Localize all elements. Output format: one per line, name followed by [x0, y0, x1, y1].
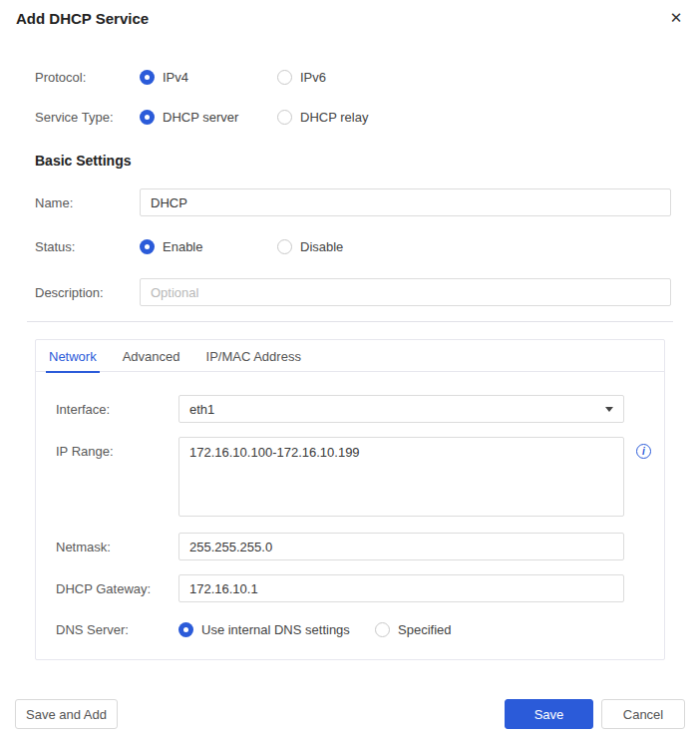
- dns-server-radio-group: Use internal DNS settings Specified: [178, 622, 451, 637]
- netmask-label: Netmask:: [56, 540, 178, 554]
- radio-ipv4[interactable]: IPv4: [140, 70, 277, 85]
- protocol-row: Protocol: IPv4 IPv6: [35, 68, 700, 86]
- radio-unchecked-icon[interactable]: [277, 70, 292, 85]
- save-button[interactable]: Save: [505, 699, 593, 729]
- tab-ip-mac-address[interactable]: IP/MAC Address: [193, 340, 314, 372]
- dns-server-row: DNS Server: Use internal DNS settings Sp…: [36, 620, 664, 638]
- radio-disable-label: Disable: [300, 239, 343, 254]
- radio-checked-icon[interactable]: [140, 110, 155, 125]
- ip-range-label: IP Range:: [56, 437, 178, 459]
- chevron-down-icon: [605, 407, 613, 412]
- netmask-row: Netmask:: [36, 533, 664, 560]
- interface-row: Interface: eth1: [36, 395, 664, 423]
- protocol-label: Protocol:: [35, 70, 140, 85]
- radio-use-internal-dns-label: Use internal DNS settings: [201, 622, 350, 637]
- name-label: Name:: [35, 195, 140, 210]
- radio-dhcp-server[interactable]: DHCP server: [140, 110, 277, 125]
- basic-settings-heading: Basic Settings: [35, 153, 700, 169]
- radio-dhcp-relay-label: DHCP relay: [300, 110, 368, 125]
- radio-ipv6-label: IPv6: [300, 70, 326, 85]
- close-icon[interactable]: ✕: [666, 8, 686, 28]
- ip-range-row: IP Range: 172.16.10.100-172.16.10.199 i: [36, 437, 664, 517]
- ip-range-textarea[interactable]: 172.16.10.100-172.16.10.199: [178, 437, 624, 517]
- dialog-header: Add DHCP Service ✕: [0, 0, 700, 30]
- service-type-label: Service Type:: [35, 110, 140, 125]
- tab-network[interactable]: Network: [36, 340, 110, 372]
- service-type-row: Service Type: DHCP server DHCP relay: [35, 108, 700, 126]
- radio-disable[interactable]: Disable: [277, 239, 343, 254]
- dhcp-gateway-row: DHCP Gateway:: [36, 574, 664, 602]
- dialog-title: Add DHCP Service: [16, 10, 684, 27]
- dns-server-label: DNS Server:: [56, 622, 178, 637]
- dhcp-gateway-input[interactable]: [178, 574, 624, 602]
- network-settings-panel: Network Advanced IP/MAC Address Interfac…: [35, 339, 665, 660]
- radio-ipv4-label: IPv4: [163, 70, 188, 85]
- radio-unchecked-icon[interactable]: [277, 110, 292, 125]
- radio-unchecked-icon[interactable]: [277, 239, 292, 254]
- dhcp-gateway-label: DHCP Gateway:: [56, 581, 178, 596]
- radio-unchecked-icon[interactable]: [375, 622, 390, 637]
- cancel-button[interactable]: Cancel: [601, 699, 685, 729]
- save-and-add-button[interactable]: Save and Add: [15, 699, 118, 729]
- status-label: Status:: [35, 239, 140, 254]
- radio-dhcp-server-label: DHCP server: [163, 110, 238, 125]
- radio-checked-icon[interactable]: [140, 70, 155, 85]
- radio-dhcp-relay[interactable]: DHCP relay: [277, 110, 368, 125]
- description-row: Description:: [35, 278, 700, 306]
- status-radio-group: Enable Disable: [140, 239, 343, 254]
- radio-specified[interactable]: Specified: [375, 622, 451, 637]
- status-row: Status: Enable Disable: [35, 237, 700, 255]
- add-dhcp-service-dialog: Add DHCP Service ✕ Protocol: IPv4 IPv6 S…: [0, 0, 700, 735]
- radio-ipv6[interactable]: IPv6: [277, 70, 326, 85]
- radio-checked-icon[interactable]: [140, 239, 155, 254]
- name-row: Name:: [35, 188, 700, 216]
- radio-specified-label: Specified: [398, 622, 451, 637]
- section-divider: [27, 321, 673, 322]
- interface-selected-value: eth1: [189, 402, 214, 417]
- info-icon[interactable]: i: [636, 444, 651, 459]
- service-type-radio-group: DHCP server DHCP relay: [140, 110, 368, 125]
- description-input[interactable]: [140, 278, 671, 306]
- radio-checked-icon[interactable]: [178, 622, 193, 637]
- netmask-input[interactable]: [178, 533, 624, 560]
- tab-bar: Network Advanced IP/MAC Address: [36, 340, 664, 372]
- radio-enable[interactable]: Enable: [140, 239, 277, 254]
- radio-use-internal-dns[interactable]: Use internal DNS settings: [178, 622, 375, 637]
- interface-select[interactable]: eth1: [178, 395, 624, 423]
- tab-advanced[interactable]: Advanced: [110, 340, 193, 372]
- protocol-radio-group: IPv4 IPv6: [140, 70, 326, 85]
- radio-enable-label: Enable: [163, 239, 202, 254]
- interface-label: Interface:: [56, 402, 178, 417]
- name-input[interactable]: [140, 188, 671, 216]
- dialog-footer: Save and Add Save Cancel: [15, 699, 685, 729]
- description-label: Description:: [35, 285, 140, 300]
